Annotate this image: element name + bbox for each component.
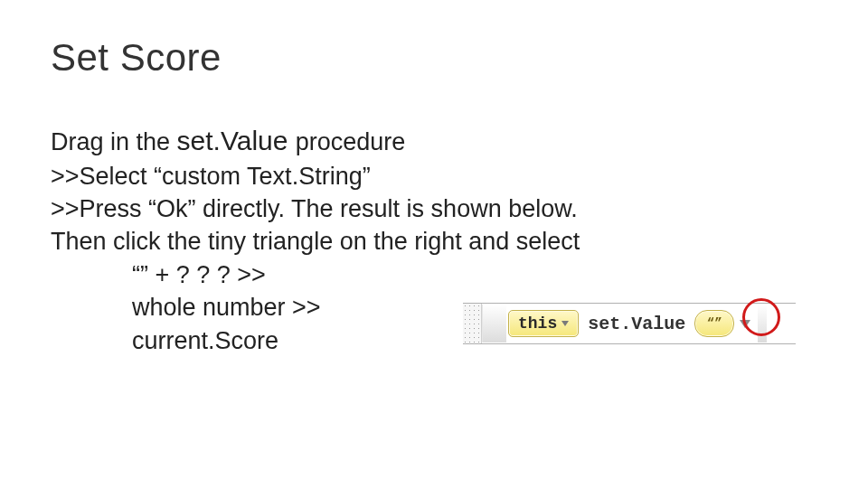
method-label: set.Value <box>580 314 693 334</box>
slide: Set Score Drag in the set.Value procedur… <box>0 0 868 488</box>
line-1-pre: Drag in the <box>51 128 177 155</box>
page-title: Set Score <box>51 36 817 80</box>
drag-grip-icon[interactable] <box>463 304 482 343</box>
block-cap <box>482 305 506 343</box>
this-tile[interactable]: this <box>508 310 579 337</box>
line-3: >>Press “Ok” directly. The result is sho… <box>51 192 817 225</box>
line-1-post: procedure <box>296 128 406 155</box>
code-block: this set.Value “” <box>463 303 796 344</box>
value-literal: “” <box>707 316 722 331</box>
chevron-down-icon[interactable] <box>740 320 750 328</box>
line-2: >>Select “custom Text.String” <box>51 160 817 192</box>
value-pill[interactable]: “” <box>694 310 734 337</box>
line-1-big: set.Value <box>177 126 296 155</box>
this-tile-label: this <box>518 314 557 333</box>
indent-1: “” + ? ? ? >> <box>51 258 817 291</box>
line-4: Then click the tiny triangle on the righ… <box>51 225 817 258</box>
chevron-down-icon <box>561 321 569 326</box>
line-1: Drag in the set.Value procedure <box>51 123 817 160</box>
block-end-cap <box>758 305 767 343</box>
